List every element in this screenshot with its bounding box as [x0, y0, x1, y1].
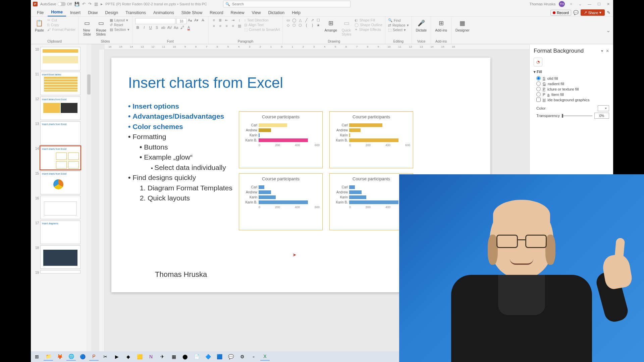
bullets-button[interactable]: ≡	[211, 18, 217, 22]
thumbnail-18[interactable]	[40, 245, 80, 269]
chart-2[interactable]: Course participantsCarlAndrewKarinKarin …	[329, 111, 413, 168]
undo-icon[interactable]: ↶	[82, 2, 86, 6]
tab-view[interactable]: View	[249, 9, 264, 16]
solid-fill-radio[interactable]: Solid fill	[536, 76, 609, 80]
close-icon[interactable]: ✕	[605, 2, 611, 6]
strike-button[interactable]: S	[154, 25, 160, 29]
comments-icon[interactable]: 💬	[573, 10, 579, 15]
select-button[interactable]: ⬚ Select ▾	[388, 28, 409, 32]
tab-dictation[interactable]: Dictation	[265, 9, 288, 16]
taskbar-vlc-icon[interactable]: ▶	[112, 353, 121, 361]
taskbar-explorer-icon[interactable]: 📁	[44, 353, 53, 361]
thumbnail-scrollbar[interactable]	[87, 44, 91, 355]
share-button[interactable]: ↗Share▾	[581, 9, 605, 16]
taskbar-app4-icon[interactable]: 🔷	[203, 353, 213, 361]
numbering-button[interactable]: ≣	[218, 18, 223, 22]
search-box[interactable]: 🔍 Search	[223, 1, 351, 7]
user-avatar[interactable]: TH	[559, 1, 565, 7]
decrease-font-icon[interactable]: A▾	[194, 18, 199, 24]
thumbnail-10[interactable]	[40, 47, 80, 70]
taskbar-notepad-icon[interactable]: 📄	[192, 353, 201, 361]
touch-icon[interactable]: ▥	[94, 2, 98, 6]
transparency-value[interactable]: 0%	[594, 113, 609, 119]
transparency-slider[interactable]	[562, 115, 592, 116]
autosave-toggle[interactable]: AutoSave Off	[40, 2, 72, 6]
columns-button[interactable]: ▥	[237, 24, 242, 28]
align-left-button[interactable]: ≡	[211, 24, 217, 28]
coming-soon-icon[interactable]: ✧	[568, 2, 574, 6]
picture-fill-radio[interactable]: Picture or texture fill	[536, 87, 609, 91]
slide-content[interactable]: Insert options Advantages/Disadvantages …	[128, 101, 232, 203]
tab-record[interactable]: Record	[206, 9, 226, 16]
shape-effects-button[interactable]: ✦ Shape Effects	[355, 27, 382, 32]
color-picker[interactable]	[598, 105, 609, 111]
taskbar-app2-icon[interactable]: 🟨	[135, 353, 144, 361]
indent-dec-button[interactable]: ⇤	[224, 18, 229, 22]
quick-styles-button[interactable]: ▭Quick Styles	[340, 18, 353, 37]
thumbnail-12[interactable]: Insert tables from Excel	[40, 97, 80, 120]
toggle-switch[interactable]	[58, 2, 66, 6]
indent-inc-button[interactable]: ⇥	[230, 18, 236, 22]
find-button[interactable]: 🔍 Find	[388, 18, 409, 22]
taskbar-powerpoint-icon[interactable]: P	[89, 353, 99, 361]
tab-home[interactable]: Home	[48, 8, 66, 16]
format-painter-button[interactable]: 🖌 Format Painter	[47, 27, 75, 32]
minimize-icon[interactable]: —	[586, 2, 593, 6]
gradient-fill-radio[interactable]: Gradient fill	[536, 81, 609, 86]
taskbar-app1-icon[interactable]: ◆	[123, 353, 133, 361]
taskbar-chrome-icon[interactable]: 🌐	[66, 353, 76, 361]
thumbnail-16[interactable]	[40, 196, 80, 219]
tab-file[interactable]: File	[34, 9, 47, 16]
thumbnail-11[interactable]: Insert Excel tables	[40, 72, 80, 95]
section-button[interactable]: ▤ Section ▾	[110, 27, 129, 32]
addins-button[interactable]: ⊞Add-ins	[434, 18, 448, 33]
taskbar-edge-icon[interactable]: 🔵	[78, 353, 87, 361]
smartart-button[interactable]: ⬚ Convert to SmartArt	[244, 27, 280, 32]
taskbar-app6-icon[interactable]: ⚙	[237, 353, 247, 361]
fill-tab-icon[interactable]: ◔	[534, 58, 542, 66]
clear-format-icon[interactable]: A̶	[200, 18, 206, 24]
taskbar-excel-icon[interactable]: X	[260, 353, 270, 361]
arrange-button[interactable]: ⊞Arrange	[323, 18, 338, 33]
tab-help[interactable]: Help	[288, 9, 304, 16]
paste-button[interactable]: 📋Paste	[34, 18, 45, 33]
line-spacing-button[interactable]: ↕	[237, 18, 242, 22]
italic-button[interactable]: I	[142, 25, 147, 29]
shape-outline-button[interactable]: ◯ Shape Outline	[355, 23, 382, 27]
start-icon[interactable]: ▸	[101, 2, 103, 6]
case-button[interactable]: Aa	[173, 25, 179, 29]
spacing-button[interactable]: AV	[167, 25, 172, 29]
tab-animations[interactable]: Animations	[150, 9, 177, 16]
bold-button[interactable]: B	[135, 25, 141, 29]
tab-design[interactable]: Design	[102, 9, 121, 16]
start-button[interactable]: ⊞	[32, 353, 42, 361]
thumbnail-17[interactable]: Insert diagrams	[40, 221, 80, 244]
chart-1[interactable]: Course participantsCarlAndrewKarinKarin …	[239, 111, 323, 168]
align-text-button[interactable]: ⊟ Align Text	[244, 23, 280, 27]
shape-fill-button[interactable]: ◐ Shape Fill	[355, 18, 382, 22]
taskbar-app3-icon[interactable]: ▦	[169, 353, 178, 361]
redo-icon[interactable]: ↷	[88, 2, 92, 6]
replace-button[interactable]: ⇄ Replace ▾	[388, 23, 409, 27]
save-icon[interactable]: 💾	[74, 2, 79, 6]
layout-button[interactable]: ▦ Layout ▾	[110, 18, 129, 22]
thumbnail-15[interactable]: Insert charts from Excel	[40, 171, 80, 194]
tab-draw[interactable]: Draw	[85, 9, 101, 16]
taskbar-telegram-icon[interactable]: ✈	[158, 353, 167, 361]
taskbar-app7-icon[interactable]: ▫	[249, 353, 258, 361]
new-slide-button[interactable]: ▭New Slide	[81, 18, 93, 37]
tab-slideshow[interactable]: Slide Show	[178, 9, 206, 16]
thumbnail-13[interactable]: Insert charts from Excel	[40, 121, 80, 145]
ribbon-display-icon[interactable]: ⌄	[577, 2, 583, 6]
taskbar-firefox-icon[interactable]: 🦊	[55, 353, 64, 361]
tab-review[interactable]: Review	[227, 9, 248, 16]
taskbar-snip-icon[interactable]: ✂	[101, 353, 110, 361]
designer-button[interactable]: ▦Designer	[454, 18, 471, 33]
copy-button[interactable]: ⎘ Copy	[47, 23, 75, 27]
taskbar-obs-icon[interactable]: ⬤	[180, 353, 190, 361]
tab-insert[interactable]: Insert	[67, 9, 84, 16]
hide-bg-checkbox[interactable]: Hide background graphics	[536, 98, 609, 102]
cut-button[interactable]: ✂ Cut	[47, 18, 75, 22]
align-right-button[interactable]: ≡	[224, 24, 229, 28]
text-direction-button[interactable]: ↕ Text Direction	[244, 18, 280, 22]
